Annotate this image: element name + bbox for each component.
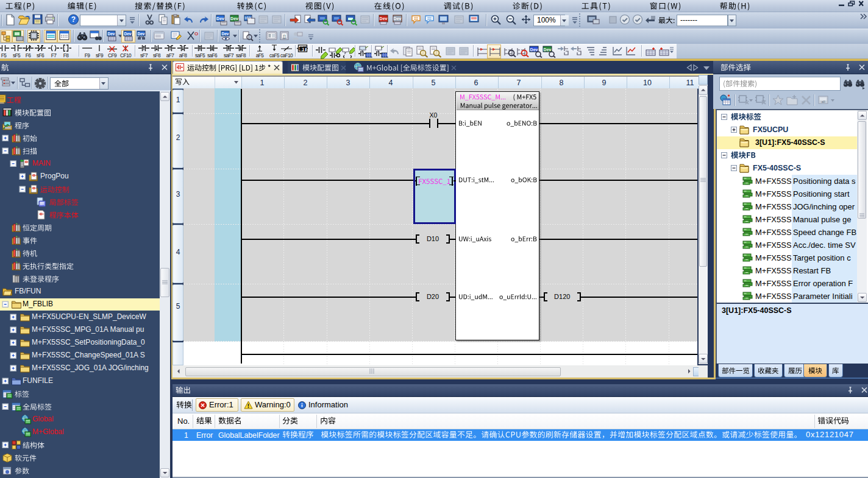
svg-text:Dev: Dev (222, 32, 229, 36)
svg-text:Dev: Dev (394, 16, 402, 21)
svg-text:[]: [] (283, 33, 285, 39)
svg-text:ST: ST (299, 46, 307, 52)
svg-text:Dev: Dev (138, 32, 145, 36)
svg-text:Dev: Dev (124, 32, 132, 36)
svg-text:Dev: Dev (108, 32, 115, 36)
svg-text:Dev: Dev (544, 47, 552, 52)
svg-text:Dev: Dev (216, 16, 224, 21)
svg-text:O: O (194, 31, 198, 37)
svg-text:all: all (821, 100, 825, 104)
svg-text:?: ? (71, 15, 76, 24)
svg-text:HW: HW (245, 16, 252, 20)
svg-text:Dev: Dev (530, 47, 538, 52)
svg-text:Dev: Dev (230, 16, 238, 21)
svg-text:Dev: Dev (380, 16, 388, 21)
